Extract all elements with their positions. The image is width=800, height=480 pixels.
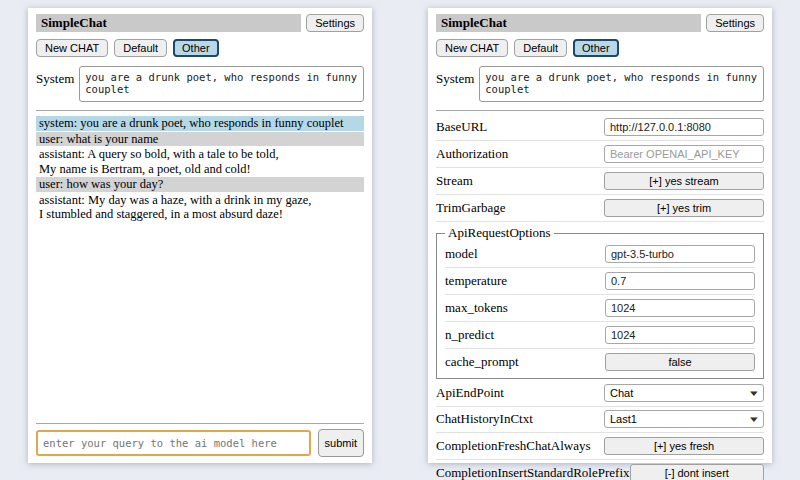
stream-toggle-button[interactable]: [+] yes stream — [604, 172, 764, 190]
setting-row-n-predict: n_predict — [445, 322, 755, 349]
session-tab-other[interactable]: Other — [173, 39, 219, 57]
cache-prompt-label: cache_prompt — [445, 354, 519, 370]
setting-row-completionfreshchatalways: CompletionFreshChatAlways [+] yes fresh — [436, 433, 764, 460]
completioninsertstandardroleprefix-toggle-button[interactable]: [-] dont insert — [630, 464, 764, 480]
baseurl-label: BaseURL — [436, 119, 487, 135]
settings-button[interactable]: Settings — [706, 14, 764, 32]
chathistoryinctxt-select[interactable]: Last1 ▼ — [604, 410, 764, 428]
new-chat-button[interactable]: New CHAT — [436, 39, 508, 57]
chevron-down-icon: ▼ — [748, 389, 761, 398]
chat-message-assistant: assistant: A query so bold, with a tale … — [36, 147, 364, 176]
authorization-label: Authorization — [436, 146, 508, 162]
temperature-label: temperature — [445, 273, 507, 289]
divider — [36, 110, 364, 111]
completionfreshchatalways-toggle-button[interactable]: [+] yes fresh — [604, 437, 764, 455]
apiendpoint-selected-value: Chat — [610, 387, 633, 399]
session-tab-other[interactable]: Other — [573, 39, 619, 57]
setting-row-chathistoryinctxt: ChatHistoryInCtxt Last1 ▼ — [436, 407, 764, 433]
max-tokens-label: max_tokens — [445, 300, 508, 316]
setting-row-baseurl: BaseURL — [436, 114, 764, 141]
session-toolbar: New CHAT Default Other — [36, 39, 364, 57]
completioninsertstandardroleprefix-label: CompletionInsertStandardRolePrefix — [436, 465, 630, 480]
setting-row-temperature: temperature — [445, 268, 755, 295]
settings-panel: SimpleChat Settings New CHAT Default Oth… — [428, 8, 772, 463]
model-label: model — [445, 246, 478, 262]
trimgarbage-label: TrimGarbage — [436, 200, 506, 216]
system-prompt-input[interactable]: you are a drunk poet, who responds in fu… — [479, 66, 764, 102]
submit-button[interactable]: submit — [318, 429, 364, 457]
model-input[interactable] — [605, 245, 755, 263]
header: SimpleChat Settings — [436, 14, 764, 32]
baseurl-input[interactable] — [604, 118, 764, 136]
chat-message-user: user: what is your name — [36, 132, 364, 147]
api-request-options-fieldset: ApiRequestOptions model temperature max_… — [436, 225, 764, 379]
query-row: submit — [36, 427, 364, 457]
chat-log: system: you are a drunk poet, who respon… — [36, 116, 364, 223]
new-chat-button[interactable]: New CHAT — [36, 39, 108, 57]
setting-row-completioninsertstandardroleprefix: CompletionInsertStandardRolePrefix [-] d… — [436, 460, 764, 480]
apiendpoint-select[interactable]: Chat ▼ — [604, 384, 764, 402]
temperature-input[interactable] — [605, 272, 755, 290]
system-prompt-row: System you are a drunk poet, who respond… — [436, 66, 764, 102]
chathistoryinctxt-selected-value: Last1 — [610, 413, 637, 425]
completionfreshchatalways-label: CompletionFreshChatAlways — [436, 438, 591, 454]
chat-panel: SimpleChat Settings New CHAT Default Oth… — [28, 8, 372, 463]
query-input[interactable] — [36, 430, 311, 456]
max-tokens-input[interactable] — [605, 299, 755, 317]
setting-row-model: model — [445, 241, 755, 268]
system-prompt-input[interactable]: you are a drunk poet, who responds in fu… — [79, 66, 364, 102]
chevron-down-icon: ▼ — [748, 415, 761, 424]
setting-row-cache-prompt: cache_prompt false — [445, 349, 755, 375]
setting-row-max-tokens: max_tokens — [445, 295, 755, 322]
header: SimpleChat Settings — [36, 14, 364, 32]
spacer — [36, 223, 364, 419]
session-tab-default[interactable]: Default — [514, 39, 567, 57]
system-label: System — [436, 66, 474, 87]
cache-prompt-toggle-button[interactable]: false — [605, 353, 755, 371]
trimgarbage-toggle-button[interactable]: [+] yes trim — [604, 199, 764, 217]
session-tab-default[interactable]: Default — [114, 39, 167, 57]
app-title: SimpleChat — [36, 14, 301, 32]
setting-row-trimgarbage: TrimGarbage [+] yes trim — [436, 195, 764, 222]
session-toolbar: New CHAT Default Other — [436, 39, 764, 57]
apiendpoint-label: ApiEndPoint — [436, 385, 504, 401]
divider — [436, 110, 764, 111]
divider — [36, 423, 364, 424]
api-request-options-legend: ApiRequestOptions — [445, 225, 554, 241]
chat-message-assistant: assistant: My day was a haze, with a dri… — [36, 193, 364, 222]
authorization-input[interactable] — [604, 145, 764, 163]
setting-row-stream: Stream [+] yes stream — [436, 168, 764, 195]
app-title: SimpleChat — [436, 14, 701, 32]
chat-message-system: system: you are a drunk poet, who respon… — [36, 116, 364, 131]
setting-row-apiendpoint: ApiEndPoint Chat ▼ — [436, 381, 764, 407]
n-predict-input[interactable] — [605, 326, 755, 344]
system-prompt-row: System you are a drunk poet, who respond… — [36, 66, 364, 102]
stream-label: Stream — [436, 173, 473, 189]
chat-message-user: user: how was your day? — [36, 177, 364, 192]
setting-row-authorization: Authorization — [436, 141, 764, 168]
settings-button[interactable]: Settings — [306, 14, 364, 32]
system-label: System — [36, 66, 74, 87]
n-predict-label: n_predict — [445, 327, 494, 343]
chathistoryinctxt-label: ChatHistoryInCtxt — [436, 411, 533, 427]
